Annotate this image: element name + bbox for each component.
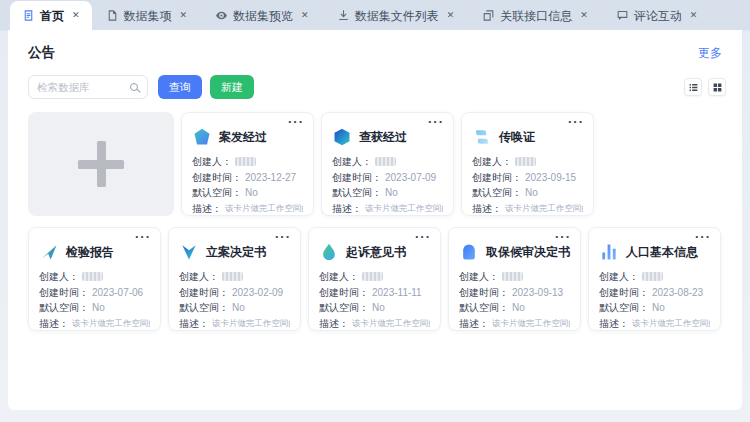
creator-redacted-value — [375, 157, 396, 166]
search-input[interactable] — [37, 81, 125, 93]
description-value: 该卡片做完工作空间的展示 — [352, 318, 430, 329]
tab-icon — [337, 9, 350, 22]
close-tab-icon[interactable]: ✕ — [580, 11, 588, 20]
created-at-field: 创建时间： 2023-02-09 — [179, 287, 290, 298]
search-icon[interactable] — [130, 83, 138, 91]
card-title: 取保候审决定书 — [486, 244, 570, 261]
card-title: 传唤证 — [499, 129, 535, 146]
tab[interactable]: 数据集项 ✕ — [92, 1, 202, 30]
dataset-card[interactable]: ··· 案发经过 创建人： 创建时间： 2023-12-27 默认空间： — [181, 112, 314, 216]
creator-field: 创建人： — [39, 271, 150, 282]
card-header: 传唤证 — [472, 126, 583, 148]
default-space-field: 默认空间： No — [599, 302, 710, 313]
dataset-card[interactable]: ··· 取保候审决定书 创建人： 创建时间： 2023-09-13 默认 — [448, 227, 581, 331]
created-at-value: 2023-02-09 — [232, 287, 283, 298]
tab-label: 数据集项 — [124, 10, 172, 22]
creator-field: 创建人： — [459, 271, 570, 282]
created-at-label: 创建时间： — [332, 172, 382, 183]
created-at-label: 创建时间： — [179, 287, 229, 298]
default-space-value: No — [385, 187, 398, 198]
created-at-value: 2023-09-13 — [512, 287, 563, 298]
creator-field: 创建人： — [599, 271, 710, 282]
creator-field: 创建人： — [332, 156, 443, 167]
description-field: 描述： 该卡片做完工作空间的展示 — [179, 318, 290, 329]
tab[interactable]: 数据集文件列表 ✕ — [323, 1, 469, 30]
tab-label: 数据集文件列表 — [355, 10, 439, 22]
close-tab-icon[interactable]: ✕ — [72, 11, 80, 20]
creator-label: 创建人： — [319, 271, 359, 282]
default-space-value: No — [525, 187, 538, 198]
add-card[interactable] — [28, 112, 174, 216]
creator-redacted-value — [515, 157, 536, 166]
more-menu-icon[interactable]: ··· — [415, 229, 431, 244]
grid-view-toggle[interactable] — [708, 78, 726, 96]
announcement-header: 公告 更多 — [8, 30, 742, 62]
default-space-label: 默认空间： — [472, 187, 522, 198]
query-button[interactable]: 查询 — [158, 75, 202, 99]
tab[interactable]: 评论互动 ✕ — [602, 1, 712, 30]
description-value: 该卡片做完工作空间的展示 — [212, 318, 290, 329]
dataset-card[interactable]: ··· 起诉意见书 创建人： 创建时间： 2023-11-11 默认空间 — [308, 227, 441, 331]
description-value: 该卡片做完工作空间的展示 — [72, 318, 150, 329]
view-toggles — [684, 78, 726, 96]
more-menu-icon[interactable]: ··· — [568, 114, 584, 129]
card-title: 检验报告 — [66, 244, 114, 261]
creator-redacted-value — [502, 272, 523, 281]
tab[interactable]: 数据集预览 ✕ — [201, 1, 323, 30]
default-space-label: 默认空间： — [599, 302, 649, 313]
close-tab-icon[interactable]: ✕ — [180, 11, 188, 20]
description-label: 描述： — [332, 203, 362, 214]
search-box — [28, 75, 148, 99]
creator-redacted-value — [362, 272, 383, 281]
create-button[interactable]: 新建 — [210, 75, 254, 99]
card-grid: ··· 案发经过 创建人： 创建时间： 2023-12-27 默认空间： — [8, 99, 742, 331]
list-view-toggle[interactable] — [684, 78, 702, 96]
dataset-card[interactable]: ··· 查获经过 创建人： 创建时间： 2023-07-09 默认空间： — [321, 112, 454, 216]
created-at-label: 创建时间： — [472, 172, 522, 183]
more-menu-icon[interactable]: ··· — [695, 229, 711, 244]
dataset-card[interactable]: ··· 人口基本信息 创建人： 创建时间： 2023-08-23 默认空 — [588, 227, 721, 331]
more-menu-icon[interactable]: ··· — [135, 229, 151, 244]
description-label: 描述： — [472, 203, 502, 214]
description-label: 描述： — [599, 318, 629, 329]
more-menu-icon[interactable]: ··· — [428, 114, 444, 129]
dataset-card[interactable]: ··· 立案决定书 创建人： 创建时间： 2023-02-09 默认空间 — [168, 227, 301, 331]
default-space-value: No — [652, 302, 665, 313]
created-at-field: 创建时间： 2023-09-15 — [472, 172, 583, 183]
creator-redacted-value — [82, 272, 103, 281]
list-view-icon — [688, 82, 699, 93]
close-tab-icon[interactable]: ✕ — [447, 11, 455, 20]
card-fields: 创建人： 创建时间： 2023-09-15 默认空间： No 描述： 该卡片做完… — [472, 156, 583, 214]
dataset-card[interactable]: ··· 检验报告 创建人： 创建时间： 2023-07-06 默认空间： — [28, 227, 161, 331]
created-at-field: 创建时间： 2023-07-09 — [332, 172, 443, 183]
created-at-label: 创建时间： — [192, 172, 242, 183]
close-tab-icon[interactable]: ✕ — [690, 11, 698, 20]
tab[interactable]: 首页 ✕ — [10, 1, 92, 30]
created-at-value: 2023-08-23 — [652, 287, 703, 298]
default-space-field: 默认空间： No — [179, 302, 290, 313]
card-icon — [599, 242, 619, 262]
more-link[interactable]: 更多 — [698, 45, 722, 62]
tab-label: 数据集预览 — [233, 10, 293, 22]
created-at-label: 创建时间： — [599, 287, 649, 298]
creator-label: 创建人： — [179, 271, 219, 282]
card-icon — [192, 127, 212, 147]
tab[interactable]: 关联接口信息 ✕ — [468, 1, 602, 30]
tab-bar: 首页 ✕ 数据集项 ✕ 数据集预览 ✕ 数据集文件列表 ✕ 关联接口信息 ✕ 评… — [0, 0, 750, 30]
creator-label: 创建人： — [39, 271, 79, 282]
description-value: 该卡片做完工作空间的展示 — [505, 203, 583, 214]
card-icon — [459, 242, 479, 262]
more-menu-icon[interactable]: ··· — [275, 229, 291, 244]
creator-field: 创建人： — [319, 271, 430, 282]
more-menu-icon[interactable]: ··· — [288, 114, 304, 129]
plus-icon — [28, 112, 174, 216]
close-tab-icon[interactable]: ✕ — [301, 11, 309, 20]
created-at-field: 创建时间： 2023-08-23 — [599, 287, 710, 298]
card-header: 人口基本信息 — [599, 241, 710, 263]
dataset-card[interactable]: ··· 传唤证 创建人： 创建时间： 2023-09-15 默认空间： — [461, 112, 594, 216]
more-menu-icon[interactable]: ··· — [555, 229, 571, 244]
created-at-field: 创建时间： 2023-07-06 — [39, 287, 150, 298]
created-at-label: 创建时间： — [319, 287, 369, 298]
created-at-label: 创建时间： — [459, 287, 509, 298]
default-space-label: 默认空间： — [459, 302, 509, 313]
